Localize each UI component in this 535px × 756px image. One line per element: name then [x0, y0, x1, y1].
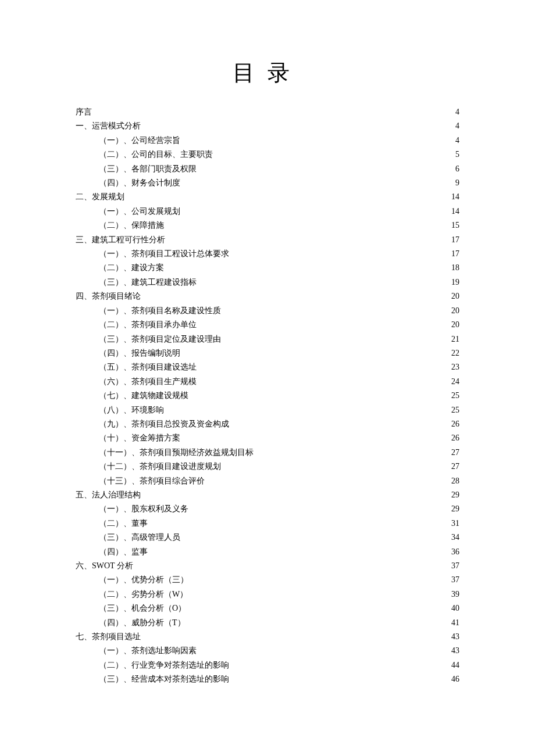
toc-dots-leader	[92, 106, 454, 114]
toc-entry: （二）、公司的目标、主要职责5	[76, 148, 459, 162]
toc-entry-page: 4	[454, 119, 459, 133]
toc-entry: 六、SWOT 分析37	[76, 559, 459, 573]
toc-entry-page: 27	[450, 446, 459, 460]
toc-entry-page: 20	[450, 304, 459, 318]
toc-entry-page: 24	[450, 375, 459, 389]
toc-dots-leader	[229, 418, 450, 427]
toc-entry-label: （四）、财务会计制度	[99, 176, 180, 190]
toc-dots-leader	[221, 305, 450, 313]
toc-dots-leader	[180, 432, 450, 440]
toc-dots-leader	[133, 560, 450, 568]
toc-entry-page: 17	[450, 233, 459, 247]
toc-entry-page: 27	[450, 460, 459, 474]
toc-entry-label: 一、运营模式分析	[76, 119, 141, 133]
toc-entry: （三）、各部门职责及权限6	[76, 162, 459, 176]
toc-entry: （一）、茶剂选址影响因素43	[76, 644, 459, 658]
toc-dots-leader	[148, 546, 450, 554]
toc-entry: （二）、劣势分析（W）39	[76, 587, 459, 601]
toc-entry-label: （一）、茶剂选址影响因素	[99, 644, 197, 658]
toc-entry: （四）、报告编制说明22	[76, 346, 459, 360]
toc-entry: （十）、资金筹措方案26	[76, 431, 459, 445]
toc-entry-label: （四）、监事	[99, 545, 148, 559]
toc-entry: （二）、建设方案18	[76, 261, 459, 275]
toc-entry: （一）、茶剂项目名称及建设性质20	[76, 304, 459, 318]
toc-entry-label: （三）、机会分析（O）	[99, 601, 186, 615]
toc-entry-label: （二）、建设方案	[99, 261, 164, 275]
toc-entry: （一）、股东权利及义务29	[76, 502, 459, 516]
toc-dots-leader	[221, 461, 450, 469]
toc-entry-label: （二）、公司的目标、主要职责	[99, 148, 213, 162]
toc-entry-page: 31	[450, 517, 459, 531]
toc-entry: （一）、公司发展规划14	[76, 205, 459, 218]
toc-dots-leader	[180, 206, 450, 214]
toc-entry: （六）、茶剂项目生产规模24	[76, 375, 459, 389]
toc-entry: （三）、高级管理人员34	[76, 531, 459, 544]
toc-entry-label: （一）、公司经营宗旨	[99, 134, 180, 148]
toc-entry-label: （二）、行业竞争对茶剂选址的影响	[99, 658, 229, 672]
toc-entry-label: （二）、茶剂项目承办单位	[99, 318, 197, 332]
toc-dots-leader	[229, 248, 450, 256]
toc-entry: （十一）、茶剂项目预期经济效益规划目标27	[76, 446, 459, 460]
toc-entry-label: （九）、茶剂项目总投资及资金构成	[99, 417, 229, 431]
toc-entry-label: （二）、董事	[99, 517, 148, 531]
toc-entry-page: 5	[454, 148, 459, 162]
toc-entry-page: 21	[450, 332, 459, 346]
toc-entry-label: （四）、威胁分析（T）	[99, 616, 186, 630]
toc-dots-leader	[180, 177, 454, 185]
toc-entry-label: （六）、茶剂项目生产规模	[99, 375, 197, 389]
toc-entry-page: 29	[450, 488, 459, 502]
toc-entry: 序言4	[76, 105, 459, 119]
toc-dots-leader	[188, 589, 450, 597]
toc-dots-leader	[165, 234, 450, 242]
toc-entry: 三、建筑工程可行性分析17	[76, 233, 459, 247]
toc-dots-leader	[197, 361, 450, 370]
toc-dots-leader	[229, 673, 450, 682]
toc-entry: （二）、保障措施15	[76, 218, 459, 232]
toc-entry-page: 20	[450, 318, 459, 332]
toc-dots-leader	[148, 518, 450, 526]
toc-entry-label: （十三）、茶剂项目综合评价	[99, 474, 205, 488]
toc-entry-page: 26	[450, 417, 459, 431]
toc-entry-label: （四）、报告编制说明	[99, 346, 180, 360]
toc-entry-label: 二、发展规划	[76, 190, 124, 204]
toc-dots-leader	[229, 660, 450, 668]
toc-dots-leader	[213, 149, 454, 157]
toc-entry-page: 40	[450, 601, 459, 615]
toc-entry-page: 6	[454, 162, 459, 176]
toc-entry-page: 15	[450, 218, 459, 232]
toc-entry-label: 三、建筑工程可行性分析	[76, 233, 165, 247]
toc-dots-leader	[186, 617, 450, 625]
toc-dots-leader	[188, 390, 450, 398]
toc-entry-page: 14	[450, 190, 459, 204]
page-title: 目录	[76, 58, 459, 88]
toc-dots-leader	[197, 163, 454, 171]
toc-dots-leader	[164, 262, 450, 270]
toc-entry-page: 17	[450, 247, 459, 261]
toc-dots-leader	[188, 574, 450, 582]
toc-entry-label: （五）、茶剂项目建设选址	[99, 360, 197, 374]
toc-entry: （三）、茶剂项目定位及建设理由21	[76, 332, 459, 346]
toc-entry: （四）、财务会计制度9	[76, 176, 459, 190]
toc-dots-leader	[186, 603, 450, 611]
toc-entry-label: 五、法人治理结构	[76, 488, 141, 502]
toc-dots-leader	[180, 347, 450, 356]
toc-entry-label: （七）、建筑物建设规模	[99, 389, 188, 403]
toc-entry: 二、发展规划14	[76, 190, 459, 204]
toc-entry: （七）、建筑物建设规模25	[76, 389, 459, 403]
toc-entry-label: （一）、茶剂项目名称及建设性质	[99, 304, 221, 318]
toc-entry-page: 46	[450, 672, 459, 686]
toc-entry-label: （十）、资金筹措方案	[99, 431, 180, 445]
toc-entry: （三）、机会分析（O）40	[76, 601, 459, 615]
toc-dots-leader	[197, 319, 450, 327]
toc-entry: 一、运营模式分析4	[76, 119, 459, 133]
toc-entry: （五）、茶剂项目建设选址23	[76, 360, 459, 374]
toc-entry-page: 4	[454, 134, 459, 148]
toc-dots-leader	[164, 220, 450, 228]
toc-entry: （四）、监事36	[76, 545, 459, 559]
toc-dots-leader	[205, 475, 450, 483]
toc-dots-leader	[197, 277, 450, 285]
toc-dots-leader	[180, 532, 450, 540]
toc-entry: （一）、优势分析（三）37	[76, 573, 459, 587]
toc-entry-page: 25	[450, 389, 459, 403]
toc-entry-page: 34	[450, 531, 459, 544]
